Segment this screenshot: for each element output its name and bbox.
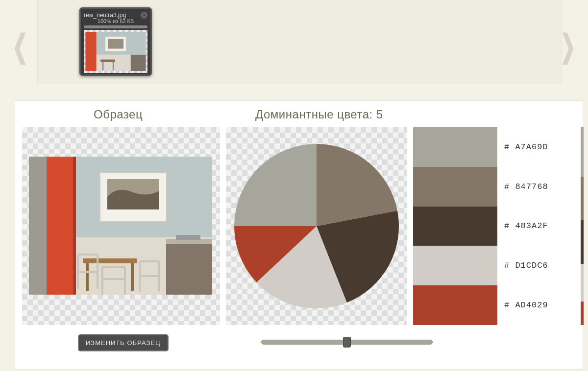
upload-card[interactable]: resi_neutra3.jpg ✕ 100% из 62 КБ [79, 7, 152, 76]
palette-swatch [413, 207, 497, 246]
palette-hex-label: # 847768 [504, 182, 548, 191]
color-count-slider[interactable] [261, 337, 433, 348]
upload-progress-text: 100% из 62 КБ [84, 18, 147, 24]
sample-image [29, 157, 212, 295]
change-sample-button[interactable]: ИЗМЕНИТЬ ОБРАЗЕЦ [78, 334, 169, 351]
pie-slice [234, 144, 317, 226]
palette-swatch [413, 127, 497, 167]
svg-rect-13 [73, 157, 76, 295]
palette-row[interactable]: # 483A2F [413, 207, 580, 246]
palette-swatch [413, 167, 497, 207]
upload-filename: resi_neutra3.jpg [84, 12, 147, 19]
slider-thumb[interactable] [343, 337, 351, 348]
palette-hex-label: # 483A2F [504, 221, 548, 231]
heading-dominant: Доминантные цвета: 5 [255, 108, 383, 121]
svg-rect-21 [131, 263, 134, 291]
heading-dominant-count: 5 [376, 108, 383, 121]
palette-swatch [413, 285, 497, 325]
palette-row[interactable]: # D1CDC6 [413, 246, 580, 285]
heading-dominant-prefix: Доминантные цвета: [255, 108, 376, 121]
palette-strip [581, 127, 584, 325]
palette-row[interactable]: # 847768 [413, 167, 580, 207]
upload-strip: resi_neutra3.jpg ✕ 100% из 62 КБ [37, 0, 562, 84]
svg-rect-8 [113, 62, 114, 70]
upload-thumbnail [84, 30, 147, 73]
svg-rect-20 [86, 263, 89, 291]
svg-rect-2 [85, 32, 96, 71]
palette-hex-label: # A7A69D [504, 142, 548, 152]
palette-hex-label: # D1CDC6 [504, 261, 548, 270]
upload-progressbar [84, 25, 147, 28]
results-panel: Образец Доминантные цвета: 5 [15, 100, 583, 370]
svg-rect-11 [29, 157, 47, 295]
palette-swatch [413, 246, 497, 285]
prev-arrow-icon[interactable]: ❮ [12, 30, 28, 62]
svg-rect-4 [108, 39, 123, 49]
svg-rect-19 [83, 258, 137, 263]
palette-row[interactable]: # AD4029 [413, 285, 580, 325]
svg-rect-18 [176, 235, 200, 240]
svg-rect-16 [166, 243, 212, 295]
heading-sample: Образец [94, 108, 143, 121]
palette-column: # A7A69D# 847768# 483A2F# D1CDC6# AD4029 [413, 127, 580, 325]
svg-rect-5 [131, 55, 146, 71]
svg-rect-12 [47, 157, 75, 295]
palette-row[interactable]: # A7A69D [413, 127, 580, 167]
next-arrow-icon[interactable]: ❯ [560, 30, 576, 62]
svg-rect-7 [102, 62, 103, 70]
thumbnail-image [85, 32, 146, 71]
svg-rect-6 [100, 60, 115, 62]
pie-chart-box [226, 127, 407, 325]
palette-hex-label: # AD4029 [504, 301, 548, 310]
close-icon[interactable]: ✕ [141, 12, 147, 19]
pie-chart [226, 127, 407, 325]
sample-image-box [22, 127, 220, 325]
